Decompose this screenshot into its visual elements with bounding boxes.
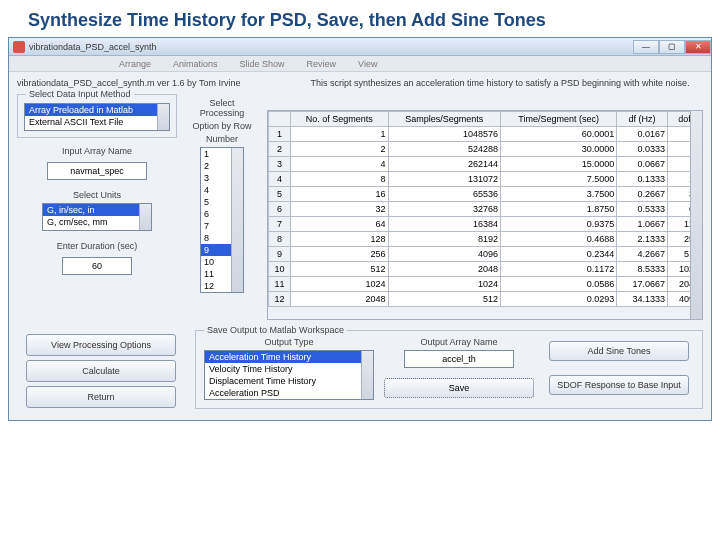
list-item[interactable]: 3 (201, 172, 232, 184)
input-method-panel: Select Data Input Method Array Preloaded… (17, 94, 177, 138)
input-method-listbox[interactable]: Array Preloaded in Matlab External ASCII… (24, 103, 170, 131)
cell: 64 (291, 217, 389, 232)
list-item[interactable]: Array Preloaded in Matlab (25, 104, 158, 116)
calculate-button[interactable]: Calculate (26, 360, 176, 382)
list-item[interactable]: 12 (201, 280, 232, 292)
input-array-name[interactable] (47, 162, 147, 180)
table-row: 11104857660.00010.01672 (269, 127, 702, 142)
script-version: vibrationdata_PSD_accel_synth.m ver 1.6 … (17, 78, 240, 88)
cell: 5 (269, 187, 291, 202)
cell: 128 (291, 232, 389, 247)
cell: 0.0333 (617, 142, 668, 157)
list-item[interactable]: 2 (201, 160, 232, 172)
cell: 3.7500 (501, 187, 617, 202)
save-button[interactable]: Save (384, 378, 534, 398)
cell: 2048 (388, 262, 501, 277)
cell: 8 (668, 157, 702, 172)
cell: 11 (269, 277, 291, 292)
list-item[interactable]: G, in/sec, in (43, 204, 140, 216)
menu-item: Slide Show (240, 59, 285, 69)
cell: 256 (668, 232, 702, 247)
list-item[interactable]: 9 (201, 244, 232, 256)
list-item[interactable]: 10 (201, 256, 232, 268)
list-item[interactable]: 1 (201, 148, 232, 160)
proc-label: Select Processing (187, 98, 257, 118)
row-number-listbox[interactable]: 123456789101112 (200, 147, 244, 293)
table-row: 812881920.46882.1333256 (269, 232, 702, 247)
save-output-panel: Save Output to Matlab Workspace Output T… (195, 330, 703, 409)
list-item[interactable]: G, cm/sec, mm (43, 216, 140, 228)
duration-input[interactable] (62, 257, 132, 275)
output-type-listbox[interactable]: Acceleration Time History Velocity Time … (204, 350, 374, 400)
cell: 9 (269, 247, 291, 262)
cell: 1.8750 (501, 202, 617, 217)
input-array-label: Input Array Name (17, 146, 177, 156)
cell: 262144 (388, 157, 501, 172)
cell: 8 (269, 232, 291, 247)
add-sine-tones-button[interactable]: Add Sine Tones (549, 341, 689, 361)
table-row: 2252428830.00000.03334 (269, 142, 702, 157)
proc-label2: Option by Row (187, 121, 257, 131)
cell: 3 (269, 157, 291, 172)
cell: 2048 (668, 277, 702, 292)
list-item[interactable]: Acceleration Time History (205, 351, 362, 363)
list-item[interactable]: Displacement Time History (205, 375, 362, 387)
cell: 32768 (388, 202, 501, 217)
list-item[interactable]: 7 (201, 220, 232, 232)
cell: 60.0001 (501, 127, 617, 142)
minimize-button[interactable]: — (633, 40, 659, 54)
cell: 2048 (291, 292, 389, 307)
cell: 2 (668, 127, 702, 142)
cell: 7.5000 (501, 172, 617, 187)
cell: 10 (269, 262, 291, 277)
output-array-name[interactable] (404, 350, 514, 368)
cell: 34.1333 (617, 292, 668, 307)
list-item[interactable]: 6 (201, 208, 232, 220)
sdof-response-button[interactable]: SDOF Response to Base Input (549, 375, 689, 395)
cell: 12 (269, 292, 291, 307)
cell: 1024 (668, 262, 702, 277)
units-listbox[interactable]: G, in/sec, in G, cm/sec, mm (42, 203, 152, 231)
list-item[interactable]: 11 (201, 268, 232, 280)
table-row: 481310727.50000.133316 (269, 172, 702, 187)
cell: 0.0167 (617, 127, 668, 142)
script-description: This script synthesizes an acceleration … (310, 78, 689, 88)
menu-item: Review (307, 59, 337, 69)
app-window: vibrationdata_PSD_accel_synth — ▢ ✕ Arra… (8, 37, 712, 421)
list-item[interactable]: Acceleration PSD (205, 387, 362, 399)
cell: 0.0586 (501, 277, 617, 292)
cell: 4 (291, 157, 389, 172)
table-row: 764163840.93751.0667128 (269, 217, 702, 232)
maximize-button[interactable]: ▢ (659, 40, 685, 54)
cell: 524288 (388, 142, 501, 157)
view-processing-button[interactable]: View Processing Options (26, 334, 176, 356)
ribbon-strip: Arrange Animations Slide Show Review Vie… (9, 56, 711, 72)
cell: 256 (291, 247, 389, 262)
proc-label3: Number (187, 134, 257, 144)
list-item[interactable]: Velocity Time History (205, 363, 362, 375)
cell: 4.2667 (617, 247, 668, 262)
list-item[interactable]: 5 (201, 196, 232, 208)
column-header: Samples/Segments (388, 112, 501, 127)
cell: 0.9375 (501, 217, 617, 232)
cell: 6 (269, 202, 291, 217)
cell: 1024 (388, 277, 501, 292)
column-header: df (Hz) (617, 112, 668, 127)
return-button[interactable]: Return (26, 386, 176, 408)
titlebar: vibrationdata_PSD_accel_synth — ▢ ✕ (9, 38, 711, 56)
list-item[interactable]: 4 (201, 184, 232, 196)
menu-item: Animations (173, 59, 218, 69)
processing-table-wrap: No. of SegmentsSamples/SegmentsTime/Segm… (267, 110, 703, 320)
slide-title: Synthesize Time History for PSD, Save, t… (0, 0, 720, 37)
column-header: dof (668, 112, 702, 127)
list-item[interactable]: External ASCII Text File (25, 116, 158, 128)
cell: 4 (668, 142, 702, 157)
cell: 32 (291, 202, 389, 217)
cell: 8.5333 (617, 262, 668, 277)
cell: 0.2344 (501, 247, 617, 262)
duration-label: Enter Duration (sec) (17, 241, 177, 251)
cell: 2.1333 (617, 232, 668, 247)
close-button[interactable]: ✕ (685, 40, 711, 54)
list-item[interactable]: 8 (201, 232, 232, 244)
cell: 0.1333 (617, 172, 668, 187)
